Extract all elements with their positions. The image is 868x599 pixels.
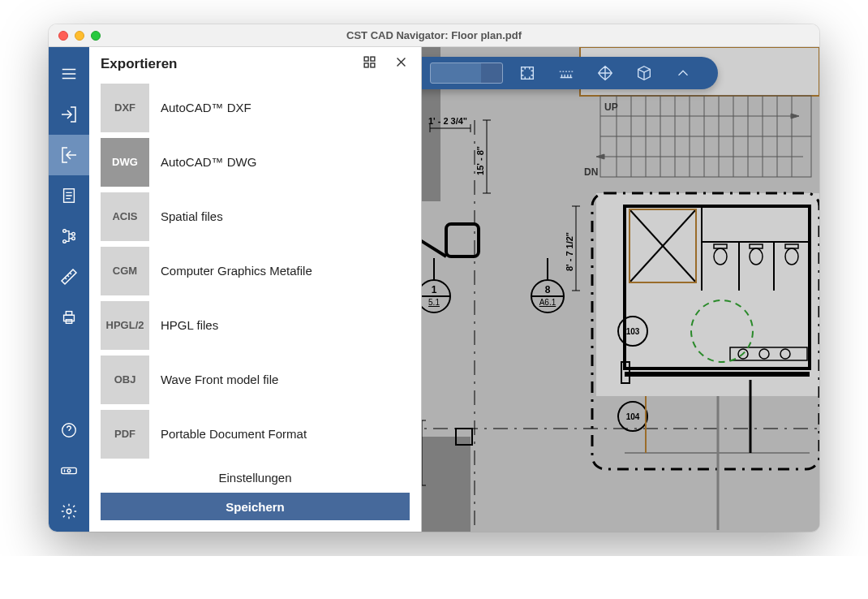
svg-point-22 (67, 509, 71, 514)
svg-text:UP: UP (604, 101, 618, 113)
license-button[interactable] (49, 450, 89, 491)
svg-text:8' - 7 1/2": 8' - 7 1/2" (565, 232, 574, 271)
svg-text:5.1: 5.1 (428, 298, 440, 307)
svg-rect-112 (625, 372, 810, 377)
document-button[interactable] (49, 175, 89, 216)
format-code: PDF (101, 410, 149, 459)
export-icon (59, 145, 79, 165)
panel-title: Exportieren (101, 56, 177, 72)
format-label: Spatial files (161, 209, 223, 223)
printer-icon (60, 308, 78, 326)
maximize-window-button[interactable] (91, 31, 101, 41)
svg-text:104: 104 (626, 412, 640, 421)
measure-icon (556, 64, 576, 82)
tree-icon (60, 227, 78, 245)
format-option-dxf[interactable]: DXFAutoCAD™ DXF (101, 80, 421, 135)
svg-line-12 (67, 275, 69, 277)
save-button[interactable]: Speichern (101, 493, 410, 520)
view-select[interactable] (430, 62, 503, 84)
app-window: CST CAD Navigator: Floor plan.pdf (49, 24, 819, 532)
svg-point-20 (67, 469, 71, 472)
svg-line-13 (70, 273, 71, 274)
svg-line-11 (65, 278, 67, 279)
pan-icon (596, 64, 614, 82)
svg-point-7 (63, 230, 67, 233)
panel-close-button[interactable] (394, 55, 408, 72)
titlebar: CST CAD Navigator: Floor plan.pdf (49, 24, 819, 47)
measure-button[interactable] (49, 256, 89, 297)
svg-rect-25 (364, 63, 368, 67)
format-option-obj[interactable]: OBJWave Front model file (101, 352, 421, 407)
fit-icon (518, 64, 536, 82)
format-option-hpgl2[interactable]: HPGL/2HPGL files (101, 298, 421, 352)
document-icon (60, 187, 78, 205)
hamburger-icon (60, 65, 78, 83)
export-panel: Exportieren DXFAutoCAD™ DXFDWGAutoCAD™ D… (89, 47, 422, 532)
format-label: Portable Document Format (161, 427, 307, 441)
view3d-button[interactable] (630, 58, 659, 88)
cube-icon (635, 64, 653, 82)
help-icon (60, 421, 78, 439)
menu-button[interactable] (49, 54, 89, 94)
panel-header: Exportieren (89, 47, 421, 77)
window-title: CST CAD Navigator: Floor plan.pdf (49, 29, 819, 41)
import-icon (59, 105, 79, 124)
structure-button[interactable] (49, 216, 89, 256)
help-button[interactable] (49, 410, 89, 450)
minimize-window-button[interactable] (75, 31, 84, 41)
format-code: DXF (101, 84, 149, 132)
svg-rect-116 (522, 67, 534, 80)
svg-point-8 (63, 240, 67, 243)
chevron-up-icon (674, 64, 692, 82)
format-code: HPGL/2 (101, 301, 149, 350)
format-code: DWG (101, 138, 149, 187)
svg-point-10 (72, 237, 75, 240)
print-button[interactable] (49, 297, 89, 338)
grid-view-button[interactable] (363, 55, 376, 72)
svg-rect-24 (371, 57, 375, 61)
format-code: OBJ (101, 356, 149, 404)
svg-rect-32 (422, 437, 471, 532)
floor-plan-drawing: 103 104 UP (422, 47, 819, 532)
ruler-button[interactable] (552, 58, 581, 88)
canvas-area[interactable]: 103 104 UP (422, 47, 819, 532)
svg-rect-14 (64, 315, 75, 321)
collapse-toolbar-button[interactable] (668, 58, 698, 88)
settings-link[interactable]: Einstellungen (101, 464, 410, 493)
svg-text:DN: DN (584, 166, 598, 178)
ruler-icon (59, 267, 79, 287)
format-label: HPGL files (161, 318, 218, 332)
export-button[interactable] (49, 135, 89, 175)
svg-rect-15 (66, 312, 71, 316)
close-window-button[interactable] (58, 31, 68, 41)
view-toolbar (422, 57, 718, 89)
pan-button[interactable] (591, 58, 620, 88)
format-label: Wave Front model file (161, 373, 278, 386)
grid-icon (363, 55, 376, 69)
svg-text:103: 103 (626, 327, 640, 336)
sidebar-rail (49, 47, 89, 532)
format-code: CGM (101, 247, 149, 295)
format-label: Computer Graphics Metafile (161, 264, 312, 278)
svg-text:15' - 8": 15' - 8" (475, 146, 485, 175)
svg-rect-26 (371, 63, 375, 67)
svg-text:1' - 2 3/4": 1' - 2 3/4" (428, 116, 467, 126)
svg-point-9 (72, 232, 75, 235)
svg-text:A6.1: A6.1 (539, 298, 556, 307)
format-label: AutoCAD™ DXF (161, 101, 251, 114)
format-list: DXFAutoCAD™ DXFDWGAutoCAD™ DWGACISSpatia… (89, 77, 421, 464)
import-button[interactable] (49, 94, 89, 135)
close-icon (394, 55, 408, 69)
format-option-acis[interactable]: ACISSpatial files (101, 189, 421, 243)
svg-text:8: 8 (545, 284, 551, 295)
format-option-cgm[interactable]: CGMComputer Graphics Metafile (101, 243, 421, 298)
svg-rect-19 (62, 468, 76, 473)
format-code: ACIS (101, 192, 149, 241)
key-icon (59, 462, 79, 480)
settings-button[interactable] (49, 491, 89, 532)
gear-icon (60, 502, 78, 520)
fit-button[interactable] (513, 58, 542, 88)
format-option-dwg[interactable]: DWGAutoCAD™ DWG (101, 135, 421, 189)
svg-text:1: 1 (432, 284, 437, 295)
format-option-pdf[interactable]: PDFPortable Document Format (101, 407, 421, 461)
